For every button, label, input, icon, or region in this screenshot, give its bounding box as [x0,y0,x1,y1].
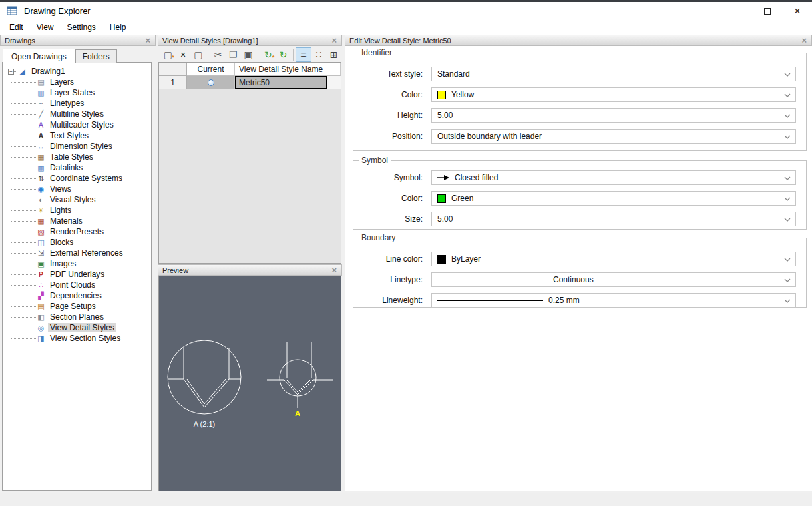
tree-item-label: Layers [48,77,76,87]
row-number-header [159,63,187,76]
tree-connector [11,93,36,93]
refresh-button[interactable]: ↻ [276,47,291,62]
tree-item-visual-styles[interactable]: ◐Visual Styles [3,194,151,205]
delete-style-button[interactable]: × [176,47,191,62]
regen-button[interactable]: ↻* [260,47,276,62]
tree-connector [11,168,36,168]
tree-item-materials[interactable]: ▦Materials [3,216,151,226]
linetype-sample [437,300,543,301]
tree-item-drawing1[interactable]: −◢Drawing1 [3,66,151,77]
tree-item-section-planes[interactable]: ◧Section Planes [3,312,151,322]
tree-item-external-references[interactable]: ⇲External References [3,248,151,258]
tree-item-text-styles[interactable]: AText Styles [3,130,151,141]
drawings-tabs: Open Drawings Folders [3,49,117,63]
tree-item-lights[interactable]: ☀Lights [3,205,151,216]
dependencies-icon: ▞ [36,291,46,300]
table-row[interactable]: 1 Metric50 [159,76,341,89]
toolbar-separator [258,49,258,61]
copy-button[interactable]: ❐ [226,47,241,62]
style-name-cell[interactable]: Metric50 [235,76,327,89]
menu-help[interactable]: Help [103,21,133,33]
menu-bar: EditViewSettingsHelp [0,20,812,35]
height-dropdown[interactable]: 5.00 [431,108,796,123]
current-radio-cell[interactable] [187,76,235,89]
tree-item-renderpresets[interactable]: ▨RenderPresets [3,226,151,237]
preview-panel-close-icon[interactable]: × [331,266,337,274]
tree-item-view-section-styles[interactable]: ◨View Section Styles [3,333,151,344]
tree-item-images[interactable]: ▣Images [3,258,151,269]
multileader-styles-icon: A [36,120,46,130]
tree-item-blocks[interactable]: ◫Blocks [3,237,151,248]
size-dropdown[interactable]: 5.00 [431,212,796,226]
tree-view-icon: ⊞ [330,50,338,59]
tree-connector [11,125,36,125]
purge-button[interactable]: ▢ [190,47,206,62]
tab-open-drawings[interactable]: Open Drawings [3,49,75,64]
styles-toolbar: ▢*×▢✂❐▣↻*↻≡∷⊞ [158,46,341,63]
color-dropdown[interactable]: Green [431,191,796,206]
new-style-button[interactable]: ▢* [160,47,176,62]
current-column-header[interactable]: Current [187,63,235,76]
tree-item-multileader-styles[interactable]: AMultileader Styles [3,119,151,130]
cut-button[interactable]: ✂ [210,47,226,62]
menu-edit[interactable]: Edit [3,21,30,33]
linetype-dropdown[interactable]: Continuous [431,272,796,287]
page-setups-icon: ▤ [36,302,46,311]
linecolor-dropdown[interactable]: ByLayer [431,252,796,266]
tab-folders[interactable]: Folders [75,49,117,63]
field-label: Height: [353,111,423,120]
tree-item-label: Blocks [48,238,75,247]
tree-item-datalinks[interactable]: ▦Datalinks [3,162,151,173]
tree-item-table-styles[interactable]: ▦Table Styles [3,152,151,162]
field-label: Line color: [353,254,423,264]
tree-item-coordinate-systems[interactable]: ⇅Coordinate Systems [3,173,151,184]
chevron-down-icon [784,299,791,304]
chevron-down-icon [784,197,791,202]
styles-panel-close-icon[interactable]: × [331,36,337,45]
minimize-button[interactable] [725,2,750,20]
tree-item-view-detail-styles[interactable]: ◎View Detail Styles [3,322,151,333]
field-label: Text style: [353,69,423,79]
tree-item-pdf-underlays[interactable]: PPDF Underlays [3,269,151,280]
tree-item-dependencies[interactable]: ▞Dependencies [3,290,151,301]
field-value: Standard [437,69,470,79]
pdf-underlays-icon: P [36,270,46,279]
textstyle-dropdown[interactable]: Standard [431,67,796,81]
symbol-dropdown[interactable]: Closed filled [431,170,796,185]
tree-item-multiline-styles[interactable]: ╱Multiline Styles [3,109,151,119]
external-references-icon: ⇲ [36,248,46,258]
collapse-icon[interactable]: − [8,69,14,75]
tree-item-dimension-styles[interactable]: ↔Dimension Styles [3,141,151,152]
coordinate-systems-icon: ⇅ [36,174,46,183]
tree-item-layer-states[interactable]: ▥Layer States [3,87,151,98]
tree-item-linetypes[interactable]: ┈Linetypes [3,98,151,109]
lineweight-dropdown[interactable]: 0.25 mm [431,293,796,308]
table-header-row: Current View Detail Style Name [159,63,341,76]
paste-button[interactable]: ▣ [241,47,256,62]
tree-item-label: Coordinate Systems [48,174,124,183]
name-column-header[interactable]: View Detail Style Name [235,63,327,76]
maximize-button[interactable] [755,2,780,20]
tree-item-label: External References [48,248,125,258]
field-value: 5.00 [437,111,453,120]
tree-item-page-setups[interactable]: ▤Page Setups [3,301,151,312]
menu-settings[interactable]: Settings [60,21,102,33]
closed-filled-arrow-icon [437,174,451,181]
current-radio[interactable] [208,79,214,86]
datalinks-icon: ▦ [36,163,46,172]
tree-item-layers[interactable]: ▤Layers [3,77,151,87]
drawings-panel-close-icon[interactable]: × [144,36,151,45]
details-view-button[interactable]: ≡ [296,47,311,62]
tree-view-button[interactable]: ⊞ [326,47,341,62]
close-button[interactable]: × [785,2,810,20]
icons-view-button[interactable]: ∷ [311,47,327,62]
tree-item-point-clouds[interactable]: ∴Point Clouds [3,280,151,290]
tree-connector [11,242,36,243]
color-dropdown[interactable]: Yellow [431,87,796,102]
position-dropdown[interactable]: Outside boundary with leader [431,129,796,144]
menu-view[interactable]: View [30,21,61,33]
tree-item-label: Multiline Styles [48,109,106,119]
tree-item-views[interactable]: ◉Views [3,184,151,194]
edit-panel-close-icon[interactable]: × [801,36,807,45]
tree-connector [11,210,36,211]
